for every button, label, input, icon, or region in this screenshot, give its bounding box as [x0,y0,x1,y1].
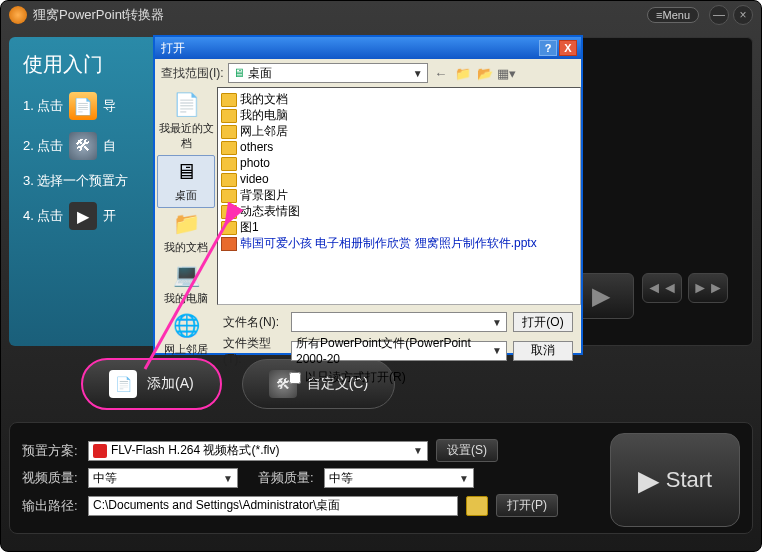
dialog-bottom: 文件名(N): ▼ 打开(O) 文件类型(T): 所有PowerPoint文件(… [155,305,581,395]
filename-input[interactable]: ▼ [291,312,507,332]
file-list-item[interactable]: 动态表情图 [221,203,577,219]
chevron-down-icon: ▼ [492,345,502,356]
file-item-label: 韩国可爱小孩 电子相册制作欣赏 狸窝照片制作软件.pptx [240,235,537,252]
browse-folder-button[interactable] [466,496,488,516]
mydocs-icon: 📁 [170,210,202,238]
file-item-label: 背景图片 [240,187,288,204]
mycomputer-icon: 💻 [170,261,202,289]
audio-quality-label: 音频质量: [258,469,316,487]
preset-select[interactable]: FLV-Flash H.264 视频格式(*.flv) ▼ [88,441,428,461]
file-item-label: others [240,140,273,154]
video-quality-select[interactable]: 中等▼ [88,468,238,488]
play-icon: ▶ [69,202,97,230]
file-list-item[interactable]: others [221,139,577,155]
preset-value: FLV-Flash H.264 视频格式(*.flv) [111,442,279,459]
output-path-value: C:\Documents and Settings\Administrator\… [93,497,340,514]
file-item-label: 图1 [240,219,259,236]
folder-icon [221,205,237,219]
next-button[interactable]: ►► [688,273,728,303]
place-recent[interactable]: 📄 我最近的文档 [157,89,215,155]
recent-docs-icon: 📄 [170,91,202,119]
start-button[interactable]: ▶ Start [610,433,740,527]
video-quality-value: 中等 [93,470,117,487]
filetype-select[interactable]: 所有PowerPoint文件(PowerPoint 2000-20▼ [291,341,507,361]
chevron-down-icon: ▼ [492,317,502,328]
settings-button[interactable]: 设置(S) [436,439,498,462]
filetype-value: 所有PowerPoint文件(PowerPoint 2000-20 [296,335,492,366]
new-folder-icon[interactable]: 📂 [476,64,494,82]
step4-prefix: 4. 点击 [23,207,63,225]
back-icon[interactable]: ← [432,64,450,82]
file-list-item[interactable]: 我的电脑 [221,107,577,123]
file-item-label: 动态表情图 [240,203,300,220]
lookin-select[interactable]: 🖥桌面 ▼ [228,63,428,83]
place-network[interactable]: 🌐 网上邻居 [157,310,215,361]
file-list-item[interactable]: 韩国可爱小孩 电子相册制作欣赏 狸窝照片制作软件.pptx [221,235,577,251]
settings-panel: 预置方案: FLV-Flash H.264 视频格式(*.flv) ▼ 设置(S… [9,422,753,534]
place-desktop[interactable]: 🖥 桌面 [157,155,215,208]
place-mydocs[interactable]: 📁 我的文档 [157,208,215,259]
dialog-close-button[interactable]: X [559,40,577,56]
file-item-label: 我的文档 [240,91,288,108]
file-list[interactable]: 我的文档我的电脑网上邻居othersphotovideo背景图片动态表情图图1韩… [217,87,581,305]
minimize-button[interactable]: — [709,5,729,25]
network-icon: 🌐 [170,312,202,340]
audio-quality-select[interactable]: 中等▼ [324,468,474,488]
chevron-down-icon: ▼ [413,68,423,79]
dialog-toolbar: 查找范围(I): 🖥桌面 ▼ ← 📁 📂 ▦▾ [155,59,581,87]
step3-text: 3. 选择一个预置方 [23,172,128,190]
open-output-button[interactable]: 打开(P) [496,494,558,517]
start-play-icon: ▶ [638,464,660,497]
step2-prefix: 2. 点击 [23,137,63,155]
filetype-label: 文件类型(T): [223,335,285,366]
readonly-checkbox[interactable] [289,372,301,384]
file-item-label: 网上邻居 [240,123,288,140]
start-label: Start [666,467,712,493]
folder-icon [221,93,237,107]
file-list-item[interactable]: 网上邻居 [221,123,577,139]
folder-icon [221,189,237,203]
dialog-title: 打开 [159,40,537,57]
dialog-cancel-button[interactable]: 取消 [513,341,573,361]
chevron-down-icon: ▼ [459,473,469,484]
dialog-titlebar[interactable]: 打开 ? X [155,37,581,59]
folder-icon [221,157,237,171]
file-list-item[interactable]: 我的文档 [221,91,577,107]
lookin-value: 桌面 [248,65,272,82]
desktop-place-icon: 🖥 [170,158,202,186]
file-list-item[interactable]: video [221,171,577,187]
file-list-item[interactable]: photo [221,155,577,171]
help-button[interactable]: ? [539,40,557,56]
app-title: 狸窝PowerPoint转换器 [33,6,164,24]
prev-button[interactable]: ◄◄ [642,273,682,303]
ppt-file-icon [221,237,237,251]
folder-icon [221,141,237,155]
file-open-dialog: 打开 ? X 查找范围(I): 🖥桌面 ▼ ← 📁 📂 ▦▾ 📄 我最近的文档 [153,35,583,355]
step1-prefix: 1. 点击 [23,97,63,115]
place-mycomputer[interactable]: 💻 我的电脑 [157,259,215,310]
titlebar: 狸窝PowerPoint转换器 ≡Menu — × [1,1,761,29]
dialog-open-button[interactable]: 打开(O) [513,312,573,332]
ppt-add-icon: 📄 [69,92,97,120]
chevron-down-icon: ▼ [223,473,233,484]
output-path-input[interactable]: C:\Documents and Settings\Administrator\… [88,496,458,516]
places-bar: 📄 我最近的文档 🖥 桌面 📁 我的文档 💻 我的电脑 🌐 网上邻 [155,87,217,305]
menu-button[interactable]: ≡Menu [647,7,699,23]
up-icon[interactable]: 📁 [454,64,472,82]
step2-suffix: 自 [103,137,116,155]
file-list-item[interactable]: 背景图片 [221,187,577,203]
readonly-label: 以只读方式打开(R) [305,369,406,386]
close-button[interactable]: × [733,5,753,25]
folder-icon [221,109,237,123]
step1-suffix: 导 [103,97,116,115]
tools-icon: 🛠 [69,132,97,160]
file-item-label: 我的电脑 [240,107,288,124]
view-menu-icon[interactable]: ▦▾ [498,64,516,82]
desktop-icon: 🖥 [233,66,245,80]
folder-icon [221,173,237,187]
filename-label: 文件名(N): [223,314,285,331]
folder-icon [221,221,237,235]
file-item-label: photo [240,156,270,170]
output-path-label: 输出路径: [22,497,80,515]
file-list-item[interactable]: 图1 [221,219,577,235]
